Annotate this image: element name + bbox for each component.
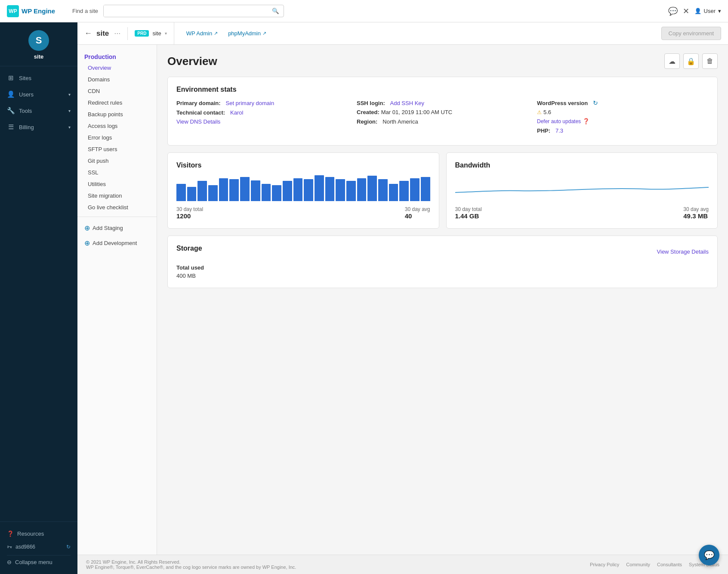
- metrics-grid: Visitors 30 day total 1200 30 day avg 40: [167, 152, 718, 229]
- region-label: Region:: [357, 118, 377, 125]
- page-title: Overview: [167, 55, 664, 68]
- lock-icon-button[interactable]: 🔒: [683, 53, 699, 69]
- php-label: PHP:: [537, 127, 550, 134]
- more-options-button[interactable]: ···: [114, 29, 120, 38]
- left-menu-item-sftp-users[interactable]: SFTP users: [77, 143, 157, 155]
- stats-col-1: Primary domain: Set primary domain Techn…: [176, 99, 348, 137]
- technical-contact-value[interactable]: Karol: [230, 109, 243, 116]
- sidebar-item-billing[interactable]: ☰ Billing ▾: [0, 119, 77, 135]
- back-button[interactable]: ←: [84, 29, 92, 38]
- user-menu-button[interactable]: 👤 User ▾: [694, 8, 721, 14]
- created-label: Created:: [357, 109, 379, 115]
- left-menu-item-redirect-rules[interactable]: Redirect rules: [77, 97, 157, 109]
- defer-auto-updates-link[interactable]: Defer auto updates ❓: [537, 118, 589, 124]
- avatar: S: [28, 30, 49, 51]
- stats-col-2: SSH login: Add SSH Key Created: Mar 01, …: [357, 99, 528, 137]
- bar: [251, 180, 260, 201]
- sidebar-item-label: Users: [19, 91, 34, 98]
- left-menu-item-error-logs[interactable]: Error logs: [77, 132, 157, 143]
- external-link-icon: ↗: [262, 31, 266, 36]
- left-menu: Production Overview Domains CDN Redirect…: [77, 45, 157, 555]
- user-label: User: [704, 8, 716, 14]
- bar: [197, 181, 207, 201]
- wp-admin-link[interactable]: WP Admin ↗: [181, 30, 223, 37]
- search-input[interactable]: [104, 5, 268, 17]
- add-development-button[interactable]: ⊕ Add Development: [77, 236, 157, 251]
- left-menu-item-ssl[interactable]: SSL: [77, 167, 157, 178]
- external-link-icon: ↗: [214, 31, 218, 36]
- upload-icon-button[interactable]: ☁: [664, 53, 680, 69]
- sidebar-bottom: ❓ Resources 🗝 asd9866 ↻ ⊖ Collapse menu: [0, 521, 77, 574]
- view-storage-details-link[interactable]: View Storage Details: [657, 248, 709, 255]
- php-value[interactable]: 7.3: [555, 127, 563, 134]
- sidebar-item-users[interactable]: 👤 Users ▾: [0, 86, 77, 102]
- community-link[interactable]: Community: [626, 562, 650, 567]
- main-layout: S site ⊞ Sites 👤 Users ▾ 🔧 Tools ▾ ☰ Bil…: [0, 22, 728, 574]
- phpmyadmin-label: phpMyAdmin: [228, 30, 261, 37]
- left-menu-item-site-migration[interactable]: Site migration: [77, 190, 157, 202]
- collapse-menu-button[interactable]: ⊖ Collapse menu: [7, 555, 71, 569]
- view-dns-link[interactable]: View DNS Details: [176, 118, 220, 125]
- bar: [262, 184, 271, 201]
- sidebar-nav: ⊞ Sites 👤 Users ▾ 🔧 Tools ▾ ☰ Billing ▾: [0, 66, 77, 521]
- left-menu-item-access-logs[interactable]: Access logs: [77, 120, 157, 132]
- top-nav-right: 💬 ✕ 👤 User ▾: [668, 6, 721, 16]
- wpengine-logo-icon: WP: [7, 5, 19, 17]
- set-primary-domain-link[interactable]: Set primary domain: [225, 100, 274, 106]
- sidebar-item-label: Billing: [19, 124, 34, 130]
- phpmyadmin-link[interactable]: phpMyAdmin ↗: [223, 30, 271, 37]
- bandwidth-total-label: 30 day total: [455, 206, 482, 212]
- add-staging-button[interactable]: ⊕ Add Staging: [77, 220, 157, 236]
- bandwidth-card: Bandwidth 30 day total 1.44 GB: [446, 152, 718, 229]
- copy-environment-button[interactable]: Copy environment: [661, 27, 722, 40]
- chevron-down-icon: ▾: [68, 125, 71, 130]
- env-selector[interactable]: PRD site ▾: [128, 22, 174, 44]
- privacy-policy-link[interactable]: Privacy Policy: [590, 562, 619, 567]
- refresh-wp-icon[interactable]: ↻: [593, 99, 598, 106]
- overview-actions: ☁ 🔒 🗑: [664, 53, 718, 69]
- chat-icon-button[interactable]: 💬: [668, 6, 678, 16]
- footer: © 2021 WP Engine, Inc. All Rights Reserv…: [77, 555, 728, 574]
- left-menu-item-utilities[interactable]: Utilities: [77, 178, 157, 190]
- find-site-label: Find a site: [72, 8, 98, 14]
- top-nav: WP WP Engine Find a site 🔍 💬 ✕ 👤 User ▾: [0, 0, 728, 22]
- chat-widget[interactable]: 💬: [699, 545, 719, 565]
- region-value: North America: [383, 118, 418, 125]
- user-chevron-icon: ▾: [718, 8, 721, 14]
- visitors-card: Visitors 30 day total 1200 30 day avg 40: [167, 152, 439, 229]
- storage-used-value: 400 MB: [176, 273, 709, 279]
- prd-badge: PRD: [135, 30, 149, 37]
- consultants-link[interactable]: Consultants: [657, 562, 682, 567]
- bar: [325, 177, 335, 201]
- sidebar-account: 🗝 asd9866 ↻: [7, 540, 71, 553]
- delete-icon-button[interactable]: 🗑: [702, 53, 718, 69]
- left-menu-item-cdn[interactable]: CDN: [77, 85, 157, 97]
- sidebar-site-name: site: [34, 53, 43, 60]
- add-ssh-key-link[interactable]: Add SSH Key: [390, 100, 425, 106]
- account-id: asd9866: [15, 544, 35, 550]
- left-menu-item-overview[interactable]: Overview: [77, 62, 157, 74]
- storage-header: Storage View Storage Details: [176, 245, 709, 258]
- site-title: site: [96, 29, 109, 38]
- search-button[interactable]: 🔍: [268, 5, 284, 17]
- footer-copyright: © 2021 WP Engine, Inc. All Rights Reserv…: [86, 559, 296, 570]
- left-menu-item-go-live-checklist[interactable]: Go live checklist: [77, 202, 157, 213]
- left-menu-item-domains[interactable]: Domains: [77, 74, 157, 85]
- visitors-total-block: 30 day total 1200: [176, 206, 203, 220]
- tools-icon: 🔧: [7, 107, 15, 115]
- refresh-icon[interactable]: ↻: [66, 544, 71, 550]
- created-value: Mar 01, 2019 11:00 AM UTC: [381, 109, 452, 115]
- footer-links: Privacy Policy Community Consultants Sys…: [590, 562, 719, 567]
- sidebar-item-tools[interactable]: 🔧 Tools ▾: [0, 102, 77, 119]
- help-icon-button[interactable]: ✕: [683, 6, 689, 16]
- storage-used-label: Total used: [176, 264, 709, 271]
- sidebar-item-label: Sites: [19, 75, 31, 81]
- bar: [315, 175, 324, 201]
- logo: WP WP Engine: [7, 5, 67, 17]
- left-menu-item-git-push[interactable]: Git push: [77, 155, 157, 167]
- left-menu-item-backup-points[interactable]: Backup points: [77, 109, 157, 120]
- sidebar-resources[interactable]: ❓ Resources: [7, 527, 71, 540]
- sidebar-item-sites[interactable]: ⊞ Sites: [0, 70, 77, 86]
- bar: [336, 179, 345, 201]
- visitors-avg-label: 30 day avg: [405, 206, 430, 212]
